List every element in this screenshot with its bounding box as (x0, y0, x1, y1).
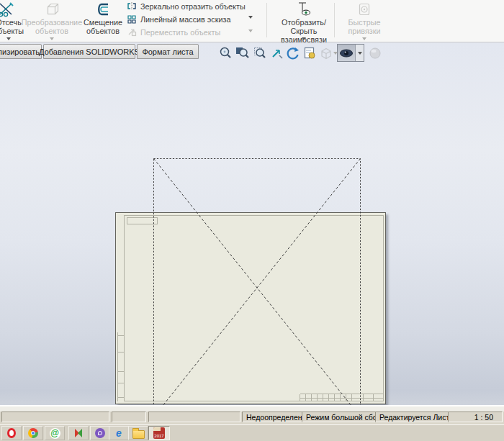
zoom-to-area-icon (235, 46, 251, 60)
mirror-entities-button[interactable]: Зеркально отразить объекты (127, 1, 248, 12)
linear-sketch-pattern-icon (127, 14, 137, 25)
status-bar: Недоопределен Режим большой сборки Редак… (0, 405, 504, 424)
mail-agent-icon: @ (50, 428, 60, 439)
edit-appearance-button[interactable] (367, 45, 383, 61)
status-sheet-scale: 1 : 50 (448, 412, 503, 422)
quick-snaps-icon (336, 1, 393, 17)
taskbar-chrome-button[interactable] (23, 426, 43, 440)
hide-show-items-button[interactable] (337, 44, 364, 62)
rotate-view-icon (286, 46, 300, 60)
linear-sketch-pattern-label: Линейный массив эскиза (140, 15, 230, 24)
pan-view-button[interactable] (269, 45, 285, 61)
display-style-cube-icon (319, 46, 333, 60)
linear-sketch-pattern-button[interactable]: Линейный массив эскиза (127, 14, 248, 25)
taskbar-viber-button[interactable] (90, 426, 110, 440)
convert-flyout-arrow[interactable] (50, 37, 54, 40)
move-entities-button[interactable]: Переместить объекты (127, 27, 248, 38)
command-manager-ribbon: Отсечь объекты Преобразование объектов С… (0, 0, 504, 42)
display-hide-relations-button[interactable]: Отобразить/Скрыть взаимосвязи (269, 1, 339, 40)
graphics-area[interactable] (0, 42, 504, 405)
windows-taskbar: @ e 2017 (0, 424, 504, 441)
pan-view-icon (270, 46, 284, 60)
status-constraint-state-label: Недоопределен (246, 413, 302, 422)
offset-entities-icon (81, 1, 125, 17)
linear-pattern-flyout-arrow[interactable] (248, 16, 253, 19)
3d-drawing-view-icon (302, 46, 317, 60)
file-explorer-folder-icon (132, 430, 145, 439)
mirror-entities-icon (127, 1, 137, 12)
status-sheet-scale-label: 1 : 50 (474, 413, 493, 422)
tab-sheet-format-label: Формат листа (142, 47, 193, 56)
move-entities-icon (127, 27, 137, 38)
3d-drawing-view-button[interactable] (302, 45, 318, 61)
ribbon-divider (334, 3, 335, 37)
quick-snaps-button[interactable]: Быстрые привязки (336, 1, 393, 40)
status-constraint-state: Недоопределен (242, 412, 307, 422)
hide-show-items-eye-icon (338, 45, 355, 61)
media-app-icon (73, 427, 84, 439)
convert-entities-button[interactable]: Преобразование объектов (19, 1, 85, 40)
zoom-to-area-button[interactable] (235, 45, 251, 61)
zoom-to-fit-icon (218, 46, 233, 60)
ribbon-divider (266, 3, 267, 37)
internet-explorer-icon: e (116, 428, 122, 438)
solidworks-2017-icon: 2017 (153, 427, 165, 439)
move-flyout-arrow[interactable] (248, 29, 253, 32)
relations-flyout-arrow[interactable] (302, 37, 306, 40)
offset-entities-button[interactable]: Смещение объектов (81, 1, 125, 40)
mirror-entities-label: Зеркально отразить объекты (140, 2, 246, 11)
convert-entities-icon (19, 1, 85, 17)
edit-appearance-sphere-icon (369, 47, 382, 60)
move-entities-label: Переместить объекты (140, 28, 220, 37)
taskbar-opera-button[interactable] (1, 426, 22, 440)
quick-snaps-label: Быстрые привязки (336, 18, 393, 35)
tab-solidworks-addins[interactable]: Добавления SOLIDWORKS (43, 44, 135, 59)
tab-analyze-label: Анализировать (0, 47, 40, 56)
zoom-in-out-icon (253, 46, 267, 60)
tab-analyze[interactable]: Анализировать (0, 44, 42, 59)
taskbar-mail-agent-button[interactable]: @ (45, 426, 65, 440)
taskbar-media-app-button[interactable] (68, 426, 89, 440)
status-editing-sheet: Редактируется Лист2 (375, 412, 458, 422)
trim-flyout-arrow[interactable] (6, 37, 11, 40)
hide-show-chevron-icon (358, 52, 362, 55)
tab-sheet-format[interactable]: Формат листа (137, 44, 199, 59)
solidworks-window: Отсечь объекты Преобразование объектов С… (0, 0, 504, 441)
quick-snaps-flyout-arrow[interactable] (362, 37, 366, 40)
display-hide-relations-icon (269, 1, 339, 17)
offset-entities-label: Смещение объектов (81, 18, 125, 35)
status-editing-sheet-label: Редактируется Лист2 (379, 413, 454, 422)
status-empty-segment (1, 412, 109, 422)
convert-entities-label: Преобразование объектов (19, 18, 85, 35)
hide-show-items-flyout[interactable] (355, 45, 364, 61)
status-empty-segment (112, 412, 146, 422)
tab-solidworks-addins-label: Добавления SOLIDWORKS (39, 47, 140, 56)
rotate-view-button[interactable] (285, 45, 301, 61)
taskbar-internet-explorer-button[interactable]: e (109, 426, 129, 440)
zoom-to-fit-button[interactable] (217, 45, 233, 61)
opera-icon (7, 428, 16, 438)
sheet-format-selection-box[interactable] (153, 158, 361, 417)
solidworks-year-label: 2017 (153, 434, 165, 438)
taskbar-file-explorer-button[interactable] (128, 426, 148, 440)
status-empty-segment (148, 412, 240, 422)
viber-icon (95, 428, 105, 438)
chrome-icon (28, 428, 38, 438)
display-style-button[interactable] (318, 45, 334, 61)
taskbar-solidworks-2017-button[interactable]: 2017 (148, 426, 170, 440)
zoom-in-out-button[interactable] (252, 45, 268, 61)
